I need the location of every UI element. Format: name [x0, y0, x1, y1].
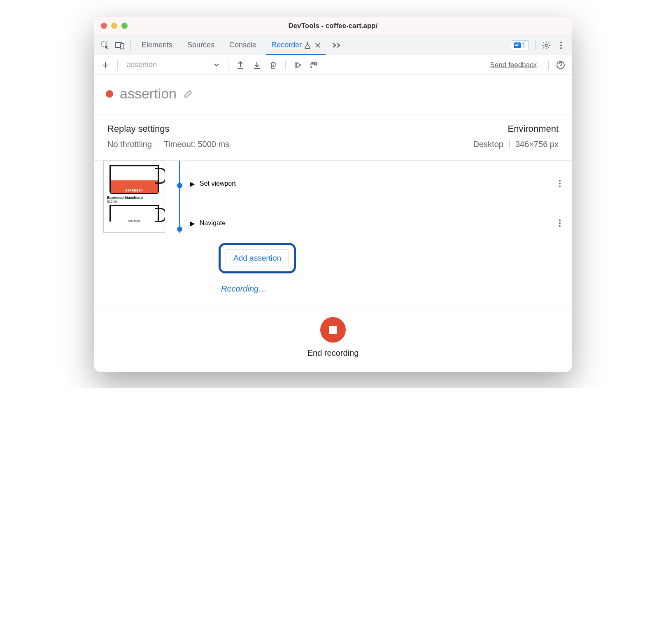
replay-settings[interactable]: Replay settings No throttling Timeout: 5…	[107, 124, 229, 149]
more-tabs-button[interactable]	[328, 35, 345, 55]
delete-icon[interactable]	[267, 59, 279, 71]
tab-label: Sources	[187, 41, 214, 49]
recording-footer: End recording	[94, 306, 572, 372]
svg-point-14	[559, 186, 561, 187]
separator	[228, 60, 228, 70]
expand-icon[interactable]: ▶	[190, 219, 195, 227]
separator	[509, 139, 510, 149]
timeout-value: Timeout: 5000 ms	[164, 140, 229, 149]
environment-settings[interactable]: Environment Desktop 346×756 px	[473, 124, 559, 149]
chevron-down-icon	[214, 63, 219, 67]
step-label: Navigate	[200, 219, 226, 227]
add-assertion-button[interactable]: Add assertion	[226, 249, 289, 267]
steps-column: ▶ Set viewport ▶ Navigate Add	[190, 161, 572, 306]
recording-status: Recording…	[221, 284, 564, 294]
timeline-dot-icon	[177, 183, 182, 188]
svg-point-16	[559, 222, 561, 224]
edit-icon[interactable]	[183, 89, 193, 99]
separator	[285, 60, 286, 70]
svg-point-9	[560, 47, 562, 49]
close-icon[interactable]	[315, 42, 321, 48]
step-kebab-icon[interactable]	[555, 216, 564, 231]
separator	[535, 40, 536, 51]
device-value: Desktop	[473, 140, 503, 149]
recording-select[interactable]: assertion	[123, 58, 222, 72]
new-recording-button[interactable]	[99, 59, 112, 71]
step-label: Set viewport	[200, 180, 236, 187]
recording-header: assertion	[94, 75, 572, 114]
window-title: DevTools - coffee-cart.app/	[94, 22, 572, 30]
timeline-dot-icon	[177, 226, 182, 232]
export-icon[interactable]	[234, 59, 247, 71]
end-recording-button[interactable]	[320, 317, 346, 343]
svg-rect-5	[515, 45, 518, 46]
step-row[interactable]: ▶ Navigate	[190, 216, 564, 231]
svg-point-7	[560, 42, 562, 43]
issues-badge[interactable]: 1	[511, 40, 529, 50]
step-row[interactable]: ▶ Set viewport	[190, 176, 564, 191]
svg-point-10	[310, 66, 312, 68]
tab-label: Console	[229, 41, 256, 49]
step-kebab-icon[interactable]	[555, 176, 564, 191]
tab-label: Recorder	[271, 41, 302, 49]
screenshot-thumbnail[interactable]: ESPRESSO Espresso Macchiato $12.00 milk …	[103, 161, 165, 233]
cup2-label: milk foam	[111, 219, 158, 222]
thumb-product-name: Espresso Macchiato	[106, 195, 162, 200]
cup-label: ESPRESSO	[111, 189, 158, 192]
svg-point-12	[559, 180, 561, 182]
tab-label: Elements	[142, 41, 172, 49]
issues-count: 1	[522, 42, 526, 49]
settings-icon[interactable]	[539, 35, 554, 55]
screenshot-column: ESPRESSO Espresso Macchiato $12.00 milk …	[103, 161, 169, 306]
replay-icon[interactable]	[291, 59, 304, 71]
inspect-element-icon[interactable]	[98, 35, 112, 55]
separator	[158, 139, 158, 149]
replay-settings-heading: Replay settings	[107, 124, 229, 134]
svg-point-15	[559, 219, 561, 221]
devtools-tabstrip: Elements Sources Console Recorder	[94, 35, 572, 55]
separator	[130, 40, 131, 51]
recording-name: assertion	[120, 86, 177, 102]
step-icon[interactable]	[308, 59, 320, 71]
recording-timeline: ESPRESSO Espresso Macchiato $12.00 milk …	[94, 161, 572, 306]
kebab-menu-icon[interactable]	[554, 35, 568, 55]
expand-icon[interactable]: ▶	[190, 180, 195, 188]
timeline-rail	[169, 161, 190, 306]
tab-elements[interactable]: Elements	[134, 35, 180, 55]
svg-rect-2	[121, 44, 124, 49]
end-recording-label: End recording	[307, 348, 359, 358]
tab-recorder[interactable]: Recorder	[264, 35, 328, 55]
device-toolbar-icon[interactable]	[112, 35, 127, 55]
svg-point-6	[545, 44, 547, 47]
svg-rect-4	[515, 44, 519, 44]
settings-row: Replay settings No throttling Timeout: 5…	[94, 114, 572, 161]
help-icon[interactable]	[554, 59, 567, 71]
cup-graphic-icon: ESPRESSO	[109, 165, 159, 194]
thumb-product-price: $12.00	[106, 200, 162, 205]
separator	[548, 60, 549, 70]
svg-point-8	[560, 44, 562, 46]
window-titlebar: DevTools - coffee-cart.app/	[94, 16, 572, 35]
recording-select-value: assertion	[127, 61, 157, 69]
cup-graphic-icon: milk foam	[109, 205, 159, 222]
recorder-toolbar: assertion Send feedback	[94, 55, 572, 75]
svg-point-13	[559, 183, 561, 184]
throttling-value: No throttling	[107, 140, 152, 149]
stop-icon	[329, 326, 337, 334]
tab-sources[interactable]: Sources	[180, 35, 222, 55]
import-icon[interactable]	[251, 59, 263, 71]
recording-indicator-icon	[106, 90, 113, 98]
flask-icon	[304, 42, 311, 49]
send-feedback-link[interactable]: Send feedback	[490, 61, 537, 69]
dimensions-value: 346×756 px	[515, 140, 559, 149]
svg-point-17	[559, 225, 561, 227]
separator	[117, 60, 118, 70]
tab-console[interactable]: Console	[222, 35, 264, 55]
environment-heading: Environment	[473, 124, 559, 134]
add-assertion-highlight: Add assertion	[219, 243, 296, 273]
devtools-window: DevTools - coffee-cart.app/ Elements	[94, 16, 572, 372]
